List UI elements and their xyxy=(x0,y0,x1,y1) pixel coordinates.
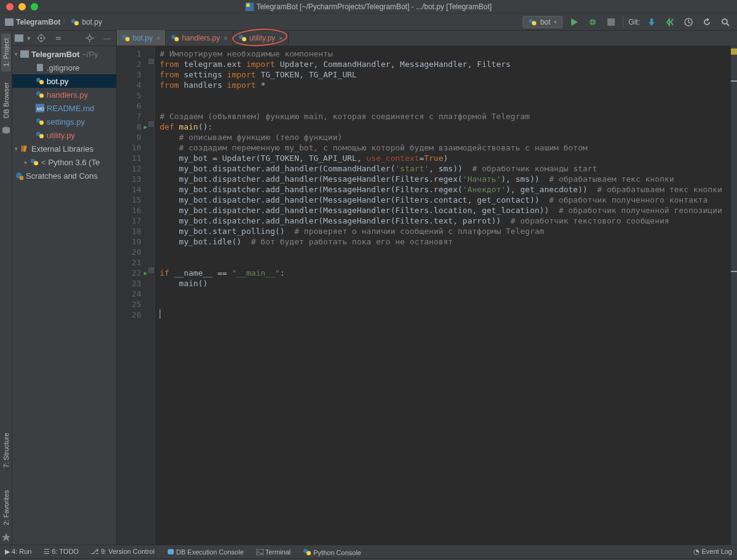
project-view-icon[interactable] xyxy=(15,34,23,42)
event-log-tab[interactable]: ◔ Event Log xyxy=(693,548,732,556)
project-tool-tab[interactable]: 1: Project xyxy=(1,33,11,71)
vcs-history-button[interactable] xyxy=(682,15,695,29)
vcs-tool-tab[interactable]: ⎇ 9: Version Control xyxy=(91,548,155,556)
editor[interactable]: 1234567891011121314151617181920212223242… xyxy=(117,46,737,545)
locate-file-button[interactable] xyxy=(34,31,48,45)
python-icon xyxy=(30,158,39,166)
editor-tab-bot-py[interactable]: bot.py× xyxy=(117,30,166,45)
close-tab-icon[interactable]: × xyxy=(279,34,283,42)
library-icon xyxy=(20,144,29,153)
tree-file-bot-py[interactable]: bot.py xyxy=(12,74,116,88)
svg-point-35 xyxy=(39,120,44,125)
db-console-tool-tab[interactable]: DB Execution Console xyxy=(167,548,244,556)
editor-area: bot.py×handlers.py×utility.py× 123456789… xyxy=(117,31,737,545)
close-window-button[interactable] xyxy=(6,3,14,10)
minimize-window-button[interactable] xyxy=(18,3,26,10)
run-tool-tab[interactable]: ▶ 4: Run xyxy=(5,548,31,556)
project-tree[interactable]: ▾ TelegramBot ~/Py .gitignorebot.pyhandl… xyxy=(12,46,116,545)
svg-marker-6 xyxy=(571,18,578,26)
editor-tab-bar: bot.py×handlers.py×utility.py× xyxy=(117,31,737,46)
python-file-icon xyxy=(71,18,79,26)
expand-all-button[interactable] xyxy=(52,31,65,45)
svg-point-22 xyxy=(88,36,92,40)
python-console-tool-tab[interactable]: Python Console xyxy=(303,548,361,556)
hide-panel-button[interactable]: — xyxy=(100,31,114,45)
terminal-tool-tab[interactable]: Terminal xyxy=(256,548,291,556)
window-controls xyxy=(6,3,38,10)
svg-point-3 xyxy=(75,21,79,25)
breadcrumb-project[interactable]: TelegramBot xyxy=(16,18,60,26)
tree-file-handlers-py[interactable]: handlers.py xyxy=(12,88,116,101)
python-icon xyxy=(528,18,537,26)
window-title: TelegramBot [~/PycharmProjects/TelegramB… xyxy=(245,2,491,11)
python-env-node[interactable]: ▸ < Python 3.6 (Te xyxy=(12,155,116,169)
svg-rect-52 xyxy=(256,549,263,555)
svg-point-46 xyxy=(125,37,130,41)
svg-point-12 xyxy=(722,19,727,24)
editor-tab-handlers-py[interactable]: handlers.py× xyxy=(166,30,233,45)
svg-point-31 xyxy=(39,93,44,98)
svg-line-13 xyxy=(727,23,729,26)
db-browser-icon xyxy=(1,126,11,136)
scratches-node[interactable]: Scratches and Cons xyxy=(12,169,116,182)
favorites-star-icon xyxy=(1,532,11,542)
tree-file-utility-py[interactable]: utility.py xyxy=(12,128,116,142)
chevron-right-icon: 〉 xyxy=(63,18,68,26)
folder-icon xyxy=(5,18,14,26)
svg-point-37 xyxy=(39,134,44,138)
svg-point-42 xyxy=(34,161,38,165)
project-panel-header: ▾ — xyxy=(12,31,116,46)
db-browser-tool-tab[interactable]: DB Browser xyxy=(1,77,11,123)
pycharm-icon xyxy=(245,2,254,11)
maximize-window-button[interactable] xyxy=(31,3,38,10)
svg-point-54 xyxy=(306,551,311,555)
navigation-bar: TelegramBot 〉 bot.py bot ▾ Git: xyxy=(0,14,737,31)
run-configuration-selector[interactable]: bot ▾ xyxy=(523,16,563,28)
separator xyxy=(623,17,623,28)
scratches-icon xyxy=(15,171,23,180)
svg-point-29 xyxy=(39,80,44,84)
editor-tab-utility-py[interactable]: utility.py× xyxy=(233,30,289,45)
breadcrumbs[interactable]: TelegramBot 〉 bot.py xyxy=(5,18,102,26)
project-panel: ▾ — ▾ TelegramBot ~/Py .gitignorebot.pyh… xyxy=(12,31,117,545)
vcs-commit-button[interactable] xyxy=(663,15,677,29)
svg-rect-38 xyxy=(21,146,23,152)
svg-rect-10 xyxy=(607,18,615,26)
marker[interactable] xyxy=(731,80,737,82)
breadcrumb-file[interactable]: bot.py xyxy=(82,18,102,26)
caret xyxy=(160,309,160,319)
svg-rect-44 xyxy=(20,176,23,180)
git-label: Git: xyxy=(628,18,640,26)
vcs-update-button[interactable] xyxy=(645,15,658,29)
main-area: 1: Project DB Browser 7: Structure 2: Fa… xyxy=(0,31,737,545)
warning-marker[interactable] xyxy=(731,49,737,55)
chevron-down-icon: ▾ xyxy=(554,19,557,25)
external-libraries-node[interactable]: ▾ External Libraries xyxy=(12,142,116,155)
favorites-tool-tab[interactable]: 2: Favorites xyxy=(1,485,11,530)
vcs-revert-button[interactable] xyxy=(700,15,714,29)
svg-rect-1 xyxy=(246,3,249,6)
close-tab-icon[interactable]: × xyxy=(224,34,227,42)
tree-file-README-md[interactable]: MDREADME.md xyxy=(12,101,116,115)
tree-file-settings-py[interactable]: settings.py xyxy=(12,115,116,128)
panel-settings-button[interactable] xyxy=(83,31,96,45)
debug-button[interactable] xyxy=(586,15,599,29)
fold-gutter[interactable]: −−− xyxy=(147,46,155,545)
search-everywhere-button[interactable] xyxy=(719,15,732,29)
marker[interactable] xyxy=(731,271,737,272)
tree-file--gitignore[interactable]: .gitignore xyxy=(12,61,116,74)
tree-root[interactable]: ▾ TelegramBot ~/Py xyxy=(12,47,116,61)
todo-tool-tab[interactable]: ☲ 6: TODO xyxy=(44,548,79,556)
stop-button[interactable] xyxy=(604,15,618,29)
structure-tool-tab[interactable]: 7: Structure xyxy=(1,428,11,473)
close-tab-icon[interactable]: × xyxy=(157,34,160,42)
svg-point-5 xyxy=(532,21,536,25)
svg-text:MD: MD xyxy=(37,106,44,112)
code-area[interactable]: # Импортируем необходимые компонентыfrom… xyxy=(155,46,731,545)
folder-icon xyxy=(20,50,29,58)
toolbar: bot ▾ Git: xyxy=(523,15,732,29)
marker-bar[interactable] xyxy=(731,46,737,545)
line-number-gutter[interactable]: 1234567891011121314151617181920212223242… xyxy=(117,46,147,545)
run-button[interactable] xyxy=(567,15,581,29)
title-bar: TelegramBot [~/PycharmProjects/TelegramB… xyxy=(0,0,737,14)
